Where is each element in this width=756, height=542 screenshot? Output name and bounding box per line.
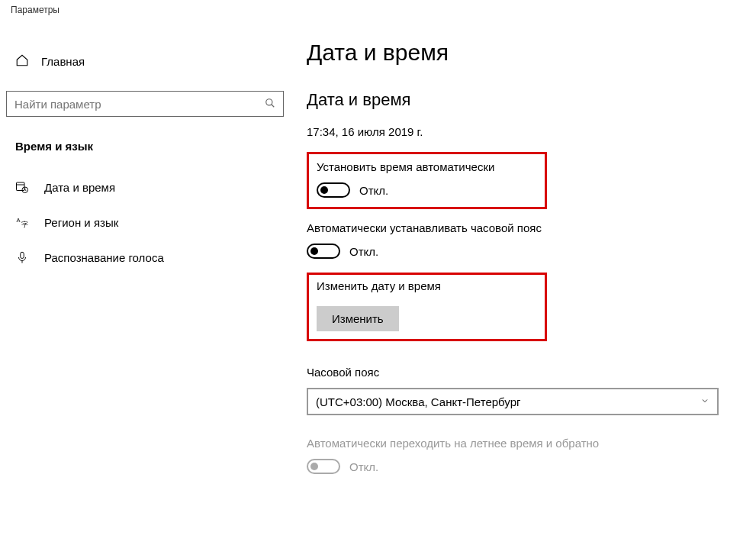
svg-text:A: A	[17, 217, 21, 224]
dst-toggle	[307, 459, 340, 474]
auto-time-state: Откл.	[359, 184, 388, 197]
auto-timezone-label: Автоматически устанавливать часовой пояс	[307, 221, 739, 234]
sidebar-item-label: Распознавание голоса	[44, 251, 164, 264]
sidebar: Главная Время и язык Дата и время A字 Рег…	[0, 24, 290, 542]
dst-label: Автоматически переходить на летнее время…	[307, 437, 739, 450]
highlight-change-datetime: Изменить дату и время Изменить	[307, 273, 547, 341]
chevron-down-icon	[700, 396, 709, 408]
language-icon: A字	[15, 215, 29, 229]
svg-rect-2	[17, 182, 25, 191]
home-nav[interactable]: Главная	[0, 46, 290, 77]
search-icon[interactable]	[265, 98, 275, 111]
home-icon	[15, 53, 29, 69]
timezone-label: Часовой пояс	[307, 366, 739, 379]
page-heading: Дата и время	[307, 40, 739, 66]
microphone-icon	[15, 250, 29, 264]
content-area: Главная Время и язык Дата и время A字 Рег…	[0, 24, 756, 542]
category-title: Время и язык	[0, 134, 290, 169]
sidebar-item-region-language[interactable]: A字 Регион и язык	[0, 205, 290, 240]
dst-group: Автоматически переходить на летнее время…	[307, 437, 739, 474]
auto-time-toggle[interactable]	[317, 182, 350, 198]
dst-toggle-row: Откл.	[307, 459, 739, 474]
timezone-selected: (UTC+03:00) Москва, Санкт-Петербург	[316, 395, 520, 408]
sidebar-item-speech[interactable]: Распознавание голоса	[0, 240, 290, 275]
svg-point-0	[266, 98, 272, 105]
sidebar-item-date-time[interactable]: Дата и время	[0, 169, 290, 205]
svg-line-1	[272, 104, 275, 107]
svg-text:字: 字	[21, 221, 28, 228]
home-label: Главная	[41, 55, 85, 68]
sidebar-item-label: Дата и время	[44, 181, 115, 194]
svg-rect-9	[21, 252, 24, 258]
main-panel: Дата и время Дата и время 17:34, 16 июля…	[290, 24, 756, 542]
timezone-dropdown[interactable]: (UTC+03:00) Москва, Санкт-Петербург	[307, 388, 719, 415]
calendar-clock-icon	[15, 180, 29, 194]
section-heading: Дата и время	[307, 90, 739, 110]
auto-timezone-state: Откл.	[349, 245, 378, 258]
auto-timezone-toggle-row: Откл.	[307, 244, 739, 259]
current-datetime: 17:34, 16 июля 2019 г.	[307, 125, 739, 138]
svg-line-6	[25, 190, 27, 191]
search-box[interactable]	[6, 91, 284, 117]
auto-timezone-group: Автоматически устанавливать часовой пояс…	[307, 221, 739, 259]
timezone-group: Часовой пояс (UTC+03:00) Москва, Санкт-П…	[307, 366, 739, 415]
change-datetime-label: Изменить дату и время	[317, 279, 534, 292]
dst-state: Откл.	[349, 460, 378, 473]
sidebar-item-label: Регион и язык	[44, 216, 118, 229]
window-title: Параметры	[0, 0, 756, 24]
search-input[interactable]	[14, 98, 265, 111]
auto-time-toggle-row: Откл.	[317, 182, 534, 198]
change-button[interactable]: Изменить	[317, 306, 399, 331]
auto-timezone-toggle[interactable]	[307, 244, 340, 259]
highlight-auto-time: Установить время автоматически Откл.	[307, 152, 547, 209]
auto-time-label: Установить время автоматически	[317, 160, 534, 173]
